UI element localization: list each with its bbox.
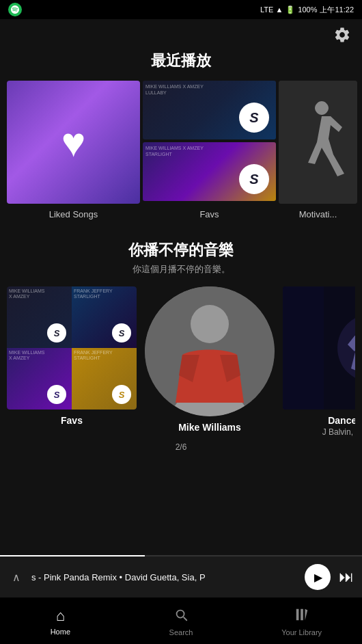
favs-bottom-cover[interactable]: MIKE WILLIAMS X AMZEYSTARLIGHT S: [143, 142, 276, 201]
dance-sub: J Balvin, DJ S: [322, 427, 355, 437]
favs-label: Favs: [143, 209, 276, 219]
status-info: LTE ▲ 🔋 100% 上午11:22: [260, 5, 354, 15]
recent-section: 最近播放 ♥ Liked Songs MIKE WILLIAMS X AMZEY…: [0, 51, 362, 219]
favs-top-cover[interactable]: MIKE WILLIAMS X AMZEYLULLABY S: [143, 81, 276, 139]
search-label: Search: [169, 628, 193, 636]
spotify-logo: [8, 3, 22, 16]
play-subtitle: 你這個月播不停的音樂。: [7, 263, 355, 276]
main-content: 最近播放 ♥ Liked Songs MIKE WILLIAMS X AMZEY…: [0, 19, 362, 555]
stamp-favs-bottom: S: [239, 164, 269, 194]
battery-percent: 100%: [298, 5, 317, 14]
svg-rect-7: [301, 608, 303, 620]
track-info: s - Pink Panda Remix • David Guetta, Sia…: [31, 572, 298, 582]
liked-songs-label: Liked Songs: [49, 209, 98, 219]
progress-fill: [0, 555, 145, 556]
mike-photo: [145, 286, 275, 416]
play-favs-label: Favs: [61, 415, 83, 426]
bottom-nav: ⌂ Home Search Your Library: [0, 598, 362, 644]
liked-songs-item[interactable]: ♥ Liked Songs: [7, 81, 140, 219]
expand-button[interactable]: ∧: [8, 569, 25, 585]
home-label: Home: [51, 628, 70, 636]
heart-icon: ♥: [61, 119, 86, 166]
nav-home[interactable]: ⌂ Home: [0, 602, 121, 641]
network-icon: LTE ▲: [260, 5, 283, 14]
svg-rect-3: [283, 286, 324, 410]
play-scroll: MIKE WILLIAMSX AMZEY S FRANK JEFFERYSTAR…: [7, 286, 355, 437]
track-name: s - Pink Panda Remix • David Guetta, Sia…: [31, 572, 298, 582]
time: 上午11:22: [320, 5, 354, 15]
art-overlay-bottom: MIKE WILLIAMS X AMZEYSTARLIGHT: [145, 145, 204, 157]
svg-rect-6: [296, 608, 298, 620]
skip-icon: ⏭: [339, 568, 354, 585]
play-favs[interactable]: MIKE WILLIAMSX AMZEY S FRANK JEFFERYSTAR…: [7, 286, 137, 437]
library-label: Your Library: [281, 628, 322, 636]
nav-library[interactable]: Your Library: [241, 602, 362, 642]
liked-songs-cover: ♥: [7, 81, 140, 204]
dance-label: Dance ...: [328, 415, 355, 426]
motivation-item[interactable]: Motivati...: [279, 81, 357, 219]
art-overlay-top: MIKE WILLIAMS X AMZEYLULLABY: [145, 83, 204, 96]
play-title: 你播不停的音樂: [7, 240, 355, 260]
settings-button[interactable]: [333, 26, 351, 46]
library-icon: [294, 607, 309, 626]
play-section: 你播不停的音樂 你這個月播不停的音樂。 MIKE WILLIAMSX AMZEY…: [0, 240, 362, 437]
stamp-favs-top: S: [239, 103, 269, 133]
battery-icon: 🔋: [286, 5, 295, 14]
play-dance[interactable]: Dance Dance ... J Balvin, DJ S: [283, 286, 355, 437]
search-icon: [173, 607, 189, 626]
now-playing-bar[interactable]: ∧ s - Pink Panda Remix • David Guetta, S…: [0, 556, 362, 598]
mike-label: Mike Williams: [178, 422, 241, 433]
recent-grid: ♥ Liked Songs MIKE WILLIAMS X AMZEYLULLA…: [0, 81, 362, 219]
play-mike[interactable]: Mike Williams: [145, 286, 275, 437]
nav-search[interactable]: Search: [121, 602, 242, 642]
svg-point-1: [191, 305, 229, 343]
home-icon: ⌂: [56, 607, 65, 625]
header-bar: [0, 19, 362, 46]
recent-title: 最近播放: [0, 51, 362, 71]
pagination: 2/6: [0, 437, 362, 455]
pagination-text: 2/6: [176, 442, 187, 452]
chevron-up-icon: ∧: [12, 571, 20, 584]
dance-cover: Dance: [283, 286, 355, 410]
play-favs-cover: MIKE WILLIAMSX AMZEY S FRANK JEFFERYSTAR…: [7, 286, 137, 410]
skip-next-button[interactable]: ⏭: [339, 568, 354, 586]
motivation-label: Motivati...: [299, 209, 337, 219]
favs-double: MIKE WILLIAMS X AMZEYLULLABY S MIKE WILL…: [143, 81, 276, 219]
progress-bar: [0, 555, 362, 556]
playback-controls: ▶ ⏭: [305, 564, 354, 590]
play-icon: ▶: [314, 571, 322, 584]
status-bar: LTE ▲ 🔋 100% 上午11:22: [0, 0, 362, 19]
play-pause-button[interactable]: ▶: [305, 564, 331, 590]
